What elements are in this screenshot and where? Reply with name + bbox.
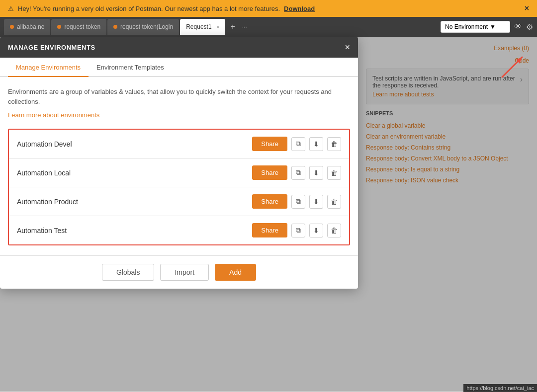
duplicate-button-3[interactable]: ⧉ (291, 224, 305, 237)
env-name-0[interactable]: Automation Devel (17, 140, 252, 148)
tab-dot-request-token-login (113, 25, 117, 29)
env-row-2: Automation Product Share ⧉ ⬇ 🗑 (9, 187, 349, 216)
share-button-1[interactable]: Share (252, 165, 287, 180)
tab-label-request-token-login: request token(Login (120, 23, 173, 30)
main-area: Params Send ▼ Save ▼ Examples (0) Code T… (0, 37, 537, 391)
tab-bar: alibaba.ne request token request token(L… (0, 17, 537, 37)
delete-button-1[interactable]: 🗑 (327, 166, 341, 180)
modal-close-button[interactable]: × (345, 43, 350, 52)
duplicate-button-2[interactable]: ⧉ (291, 195, 305, 209)
tab-bar-right: No Environment ▼ 👁 ⚙ (441, 21, 533, 33)
download-button-3[interactable]: ⬇ (309, 224, 323, 237)
tab-label-request-token: request token (64, 23, 100, 30)
tab-request-token[interactable]: request token (51, 19, 106, 35)
env-row-0: Automation Devel Share ⧉ ⬇ 🗑 (9, 130, 349, 158)
globals-button[interactable]: Globals (102, 264, 154, 281)
download-button-2[interactable]: ⬇ (309, 195, 323, 209)
download-button-1[interactable]: ⬇ (309, 166, 323, 180)
env-name-3[interactable]: Automation Test (17, 227, 252, 235)
env-selector-label: No Environment (445, 23, 488, 30)
manage-environments-modal: MANAGE ENVIRONMENTS × Manage Environment… (0, 37, 358, 289)
share-button-3[interactable]: Share (252, 223, 287, 237)
tab-close-request1[interactable]: × (217, 24, 220, 30)
eye-icon[interactable]: 👁 (514, 22, 522, 31)
tab-request1[interactable]: Request1 × (180, 19, 225, 35)
duplicate-button-0[interactable]: ⧉ (291, 137, 305, 151)
duplicate-button-1[interactable]: ⧉ (291, 166, 305, 180)
learn-more-environments-link[interactable]: Learn more about environments (8, 111, 99, 119)
import-button[interactable]: Import (160, 264, 209, 281)
tab-label-request1: Request1 (186, 23, 211, 30)
add-button[interactable]: Add (215, 264, 256, 281)
tab-more-button[interactable]: ··· (240, 23, 249, 30)
modal-tabs: Manage Environments Environment Template… (0, 58, 358, 77)
modal-footer: Globals Import Add (0, 255, 358, 289)
share-button-2[interactable]: Share (252, 194, 287, 209)
env-actions-0: Share ⧉ ⬇ 🗑 (252, 137, 341, 151)
tab-manage-environments[interactable]: Manage Environments (8, 58, 89, 77)
warning-bar: ⚠ Hey! You're running a very old version… (0, 0, 537, 17)
modal-title: MANAGE ENVIRONMENTS (8, 44, 95, 51)
warning-icon: ⚠ (8, 5, 14, 12)
tab-add-button[interactable]: + (226, 22, 239, 31)
tab-dot-request-token (57, 25, 61, 29)
download-button-0[interactable]: ⬇ (309, 137, 323, 151)
tab-alibaba[interactable]: alibaba.ne (4, 19, 50, 35)
tab-request-token-login[interactable]: request token(Login (107, 19, 179, 35)
env-name-1[interactable]: Automation Local (17, 169, 252, 177)
warning-message: Hey! You're running a very old version o… (18, 5, 280, 12)
modal-header: MANAGE ENVIRONMENTS × (0, 37, 358, 58)
delete-button-2[interactable]: 🗑 (327, 195, 341, 209)
warning-close-button[interactable]: × (525, 4, 529, 13)
modal-body: Environments are a group of variables & … (0, 77, 358, 255)
env-row-1: Automation Local Share ⧉ ⬇ 🗑 (9, 158, 349, 187)
delete-button-3[interactable]: 🗑 (327, 224, 341, 237)
env-name-2[interactable]: Automation Product (17, 198, 252, 206)
delete-button-0[interactable]: 🗑 (327, 137, 341, 151)
environment-selector[interactable]: No Environment ▼ (441, 21, 510, 33)
modal-description: Environments are a group of variables & … (8, 87, 350, 106)
warning-text: ⚠ Hey! You're running a very old version… (8, 5, 315, 12)
env-row-3: Automation Test Share ⧉ ⬇ 🗑 (9, 216, 349, 244)
download-link[interactable]: Download (284, 5, 315, 12)
gear-icon[interactable]: ⚙ (526, 22, 533, 32)
tab-dot-alibaba (10, 25, 14, 29)
env-actions-3: Share ⧉ ⬇ 🗑 (252, 223, 341, 237)
share-button-0[interactable]: Share (252, 137, 287, 151)
environments-list: Automation Devel Share ⧉ ⬇ 🗑 Automation … (8, 129, 350, 245)
url-bar: https://blog.csdn.net/cai_iac (463, 384, 537, 392)
tab-label-alibaba: alibaba.ne (17, 23, 44, 30)
env-actions-1: Share ⧉ ⬇ 🗑 (252, 165, 341, 180)
tab-environment-templates[interactable]: Environment Templates (89, 58, 172, 77)
env-actions-2: Share ⧉ ⬇ 🗑 (252, 194, 341, 209)
chevron-down-icon: ▼ (490, 23, 496, 30)
